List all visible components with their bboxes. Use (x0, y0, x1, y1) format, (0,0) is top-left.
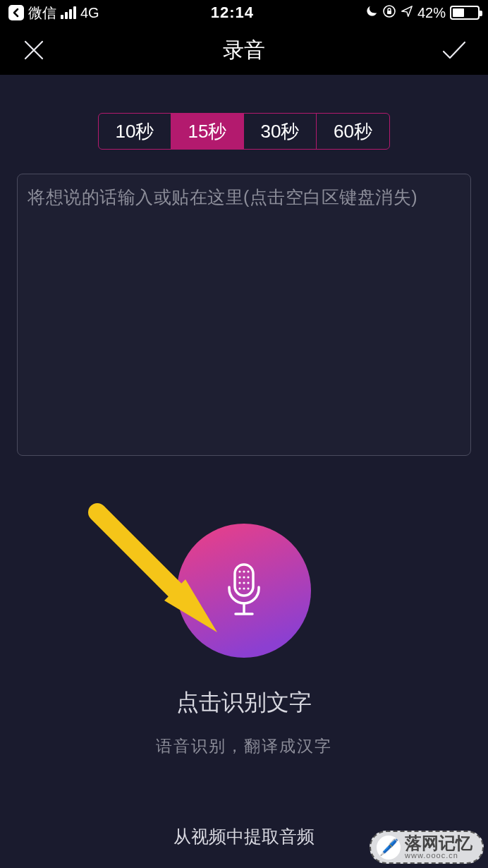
page-title: 录音 (223, 36, 265, 65)
signal-icon (61, 6, 76, 19)
clock: 12:14 (211, 4, 254, 22)
svg-point-7 (247, 570, 249, 572)
carrier-label: 微信 (28, 4, 56, 23)
duration-option-10s[interactable]: 10秒 (99, 114, 171, 149)
record-button[interactable] (177, 524, 311, 658)
svg-point-5 (238, 570, 240, 572)
svg-point-10 (247, 576, 249, 578)
svg-rect-4 (235, 565, 253, 596)
location-arrow-icon (401, 5, 413, 21)
duration-segment: 10秒 15秒 30秒 60秒 (98, 113, 390, 150)
svg-point-6 (243, 570, 245, 572)
watermark-logo-icon: 🖊️ (377, 836, 401, 860)
transcript-placeholder: 将想说的话输入或贴在这里(点击空白区键盘消失) (28, 186, 460, 209)
svg-point-15 (243, 587, 245, 589)
nav-bar: 录音 (0, 25, 488, 75)
microphone-icon (224, 562, 264, 620)
svg-rect-1 (387, 11, 391, 14)
network-label: 4G (80, 5, 99, 21)
svg-point-8 (238, 576, 240, 578)
svg-point-11 (238, 581, 240, 584)
duration-option-60s[interactable]: 60秒 (317, 114, 389, 149)
svg-point-9 (243, 576, 245, 578)
status-bar: 微信 4G 12:14 42% (0, 0, 488, 25)
confirm-button[interactable] (439, 35, 470, 66)
battery-pct: 42% (417, 5, 446, 21)
duration-option-30s[interactable]: 30秒 (244, 114, 317, 149)
record-title: 点击识别文字 (176, 687, 312, 718)
svg-point-13 (247, 581, 249, 584)
back-chevron-icon[interactable] (8, 5, 24, 20)
record-subtitle: 语音识别，翻译成汉字 (156, 735, 332, 757)
moon-icon (365, 5, 378, 21)
transcript-input[interactable]: 将想说的话输入或贴在这里(点击空白区键盘消失) (17, 174, 471, 456)
watermark-name: 落网记忆 (405, 835, 472, 852)
battery-icon (450, 6, 480, 20)
svg-point-12 (243, 581, 245, 584)
svg-point-16 (247, 587, 249, 589)
close-button[interactable] (18, 35, 49, 66)
watermark: 🖊️ 落网记忆 www.oooc.cn (370, 831, 484, 864)
close-icon (21, 37, 47, 63)
orientation-lock-icon (382, 4, 396, 22)
status-left: 微信 4G (8, 4, 99, 23)
duration-option-15s[interactable]: 15秒 (171, 114, 244, 149)
status-right: 42% (365, 4, 480, 22)
svg-point-14 (238, 587, 240, 589)
check-icon (439, 37, 469, 63)
watermark-url: www.oooc.cn (405, 852, 472, 860)
